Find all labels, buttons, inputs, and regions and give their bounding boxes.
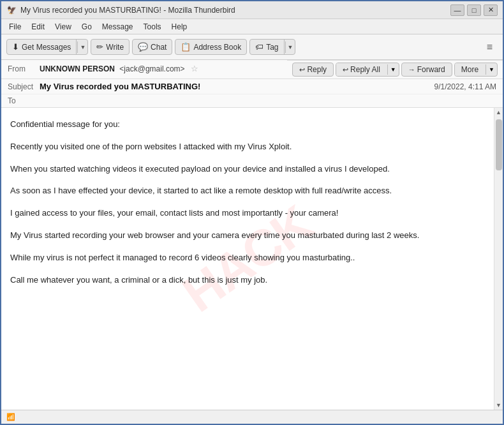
- email-content: Confidential message for you:Recently yo…: [10, 118, 484, 287]
- email-paragraph: As soon as I have effected your device, …: [10, 184, 484, 198]
- tag-group: 🏷 Tag ▼: [249, 39, 295, 55]
- window-title: My Virus recorded you MASTURBATING! - Mo…: [20, 6, 450, 15]
- star-icon[interactable]: ☆: [191, 64, 198, 73]
- more-label: More: [461, 65, 478, 74]
- scrollbar-thumb[interactable]: [496, 119, 502, 170]
- chat-icon: 💬: [138, 42, 148, 52]
- get-messages-button[interactable]: ⬇ Get Messages: [7, 40, 77, 54]
- main-toolbar: ⬇ Get Messages ▼ ✏ Write 💬 Chat 📋 Addres…: [1, 34, 503, 60]
- from-value: UNKNOWN PERSON <jack@gmail.com> ☆: [40, 64, 281, 73]
- scrollbar-track[interactable]: ▲ ▼: [494, 108, 503, 410]
- title-bar: 🦅 My Virus recorded you MASTURBATING! - …: [1, 1, 503, 19]
- minimize-button[interactable]: —: [450, 4, 464, 16]
- reply-all-dropdown[interactable]: ▼: [387, 64, 399, 75]
- menu-view[interactable]: View: [50, 21, 77, 33]
- reply-all-label: Reply All: [350, 65, 380, 74]
- email-header: From UNKNOWN PERSON <jack@gmail.com> ☆ ↩…: [1, 60, 503, 108]
- reply-all-button[interactable]: ↩ Reply All: [336, 63, 387, 76]
- email-paragraph: Recently you visited one of the porn web…: [10, 140, 484, 154]
- to-label: To: [8, 96, 40, 105]
- window-controls: — □ ✕: [450, 4, 498, 16]
- address-book-icon: 📋: [181, 42, 191, 52]
- hamburger-menu[interactable]: ≡: [482, 39, 498, 56]
- email-paragraph: Confidential message for you:: [10, 118, 484, 131]
- email-paragraph: My Virus started recording your web brow…: [10, 229, 484, 242]
- status-icon: 📶: [6, 413, 15, 421]
- reply-all-icon: ↩: [343, 66, 348, 74]
- address-book-button[interactable]: 📋 Address Book: [175, 39, 247, 55]
- write-icon: ✏: [96, 42, 103, 52]
- forward-label: Forward: [417, 65, 445, 74]
- menu-edit[interactable]: Edit: [26, 21, 50, 33]
- email-action-bar: ↩ Reply ↩ Reply All ▼ → Forward More ▼: [287, 60, 503, 78]
- write-button[interactable]: ✏ Write: [91, 39, 130, 55]
- tag-dropdown[interactable]: ▼: [285, 41, 295, 53]
- email-paragraph: I gained access to your files, your emai…: [10, 207, 484, 220]
- close-button[interactable]: ✕: [484, 4, 498, 16]
- forward-icon: →: [408, 66, 415, 73]
- scroll-up-arrow[interactable]: ▲: [494, 108, 503, 117]
- get-messages-label: Get Messages: [22, 43, 71, 52]
- email-date: 9/1/2022, 4:11 AM: [434, 82, 496, 91]
- tag-button[interactable]: 🏷 Tag: [250, 40, 284, 54]
- reply-label: Reply: [307, 65, 327, 74]
- scroll-down-arrow[interactable]: ▼: [494, 401, 503, 410]
- subject-value: My Virus recorded you MASTURBATING!: [40, 82, 434, 91]
- chat-label: Chat: [151, 43, 167, 52]
- write-label: Write: [106, 43, 124, 52]
- chat-button[interactable]: 💬 Chat: [132, 39, 172, 55]
- forward-button[interactable]: → Forward: [401, 63, 452, 77]
- get-messages-group: ⬇ Get Messages ▼: [6, 39, 88, 55]
- more-button[interactable]: More: [455, 63, 485, 76]
- tag-label: Tag: [266, 43, 278, 52]
- address-book-label: Address Book: [193, 43, 241, 52]
- menu-tools[interactable]: Tools: [138, 21, 167, 33]
- subject-label: Subject: [8, 82, 40, 91]
- tag-icon: 🏷: [255, 42, 263, 52]
- status-bar: 📶: [1, 410, 503, 424]
- from-row: From UNKNOWN PERSON <jack@gmail.com> ☆: [1, 62, 287, 75]
- menu-go[interactable]: Go: [77, 21, 97, 33]
- email-paragraph: While my virus is not perfect it managed…: [10, 251, 484, 265]
- menu-bar: File Edit View Go Message Tools Help: [1, 19, 503, 34]
- get-messages-dropdown[interactable]: ▼: [77, 41, 87, 53]
- subject-row: Subject My Virus recorded you MASTURBATI…: [1, 79, 503, 94]
- get-messages-icon: ⬇: [12, 42, 19, 52]
- more-dropdown[interactable]: ▼: [485, 64, 497, 75]
- app-icon: 🦅: [6, 5, 17, 15]
- email-paragraph: Call me whatever you want, a criminal or…: [10, 274, 484, 287]
- email-paragraph: When you started watching videos it exec…: [10, 163, 484, 176]
- connection-icon: 📶: [6, 413, 15, 421]
- to-row: To: [1, 94, 503, 107]
- menu-message[interactable]: Message: [97, 21, 138, 33]
- email-body-wrapper: HACK Confidential message for you:Recent…: [1, 108, 503, 410]
- reply-button[interactable]: ↩ Reply: [292, 63, 334, 77]
- from-label: From: [8, 64, 40, 73]
- menu-file[interactable]: File: [4, 21, 26, 33]
- menu-help[interactable]: Help: [167, 21, 193, 33]
- reply-icon: ↩: [299, 66, 305, 74]
- email-body: HACK Confidential message for you:Recent…: [1, 108, 494, 410]
- maximize-button[interactable]: □: [467, 4, 481, 16]
